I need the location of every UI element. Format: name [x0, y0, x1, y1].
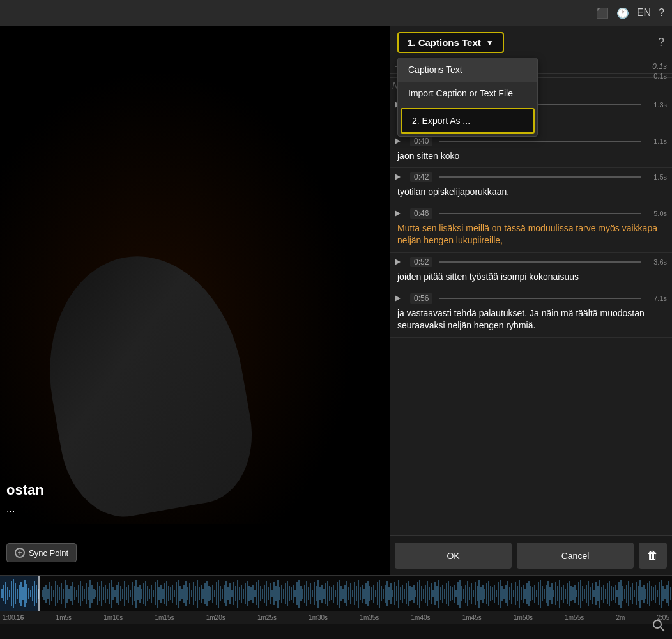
play-button-4[interactable] [395, 258, 406, 266]
history-icon[interactable]: 🕐 [616, 7, 629, 19]
svg-rect-66 [130, 590, 131, 597]
svg-rect-132 [256, 582, 257, 605]
svg-rect-110 [214, 590, 215, 597]
svg-rect-92 [179, 586, 181, 601]
svg-rect-197 [381, 586, 382, 601]
play-button-3[interactable] [395, 209, 406, 218]
help-toolbar-icon[interactable]: ? [659, 7, 664, 19]
svg-rect-146 [283, 589, 284, 599]
svg-rect-81 [158, 587, 160, 600]
ruler-mark-2: 1m10s [103, 614, 123, 621]
dropdown-item-import[interactable]: Import Caption or Text File [398, 82, 537, 105]
timecode-label-2: 0:42 [410, 172, 432, 182]
svg-rect-318 [613, 587, 614, 600]
svg-rect-226 [436, 586, 438, 601]
svg-rect-113 [220, 586, 221, 601]
svg-rect-164 [317, 580, 319, 608]
svg-rect-76 [149, 589, 150, 599]
svg-rect-162 [314, 582, 315, 605]
caption-text-4[interactable]: joiden pitää sitten työstää isompi kokon… [395, 270, 667, 285]
sync-point-button[interactable]: + Sync Point [6, 543, 77, 562]
svg-rect-215 [415, 590, 416, 597]
delete-button[interactable]: 🗑 [639, 543, 667, 569]
svg-rect-342 [659, 582, 660, 605]
svg-rect-218 [421, 586, 422, 601]
caption-text-3[interactable]: Mutta sen lisäksi meillä on tässä moduul… [395, 221, 667, 249]
svg-rect-319 [615, 585, 616, 603]
caption-overlay-line1: ostan [6, 482, 44, 498]
svg-rect-29 [59, 587, 60, 600]
svg-rect-264 [509, 587, 510, 600]
svg-rect-268 [517, 586, 518, 601]
caption-text-1[interactable]: jaon sitten koko [395, 149, 667, 164]
main-area: ostan ... + Sync Point 1. Captions Text … [0, 26, 672, 575]
captions-help-icon[interactable]: ? [658, 36, 664, 49]
svg-rect-147 [285, 583, 286, 604]
duration-label-5: 7.1s [648, 295, 667, 302]
cancel-button[interactable]: Cancel [517, 543, 634, 569]
svg-rect-280 [540, 580, 541, 608]
ruler-mark-7: 1m35s [360, 614, 379, 621]
svg-rect-165 [319, 587, 321, 600]
svg-rect-71 [139, 585, 141, 603]
svg-rect-126 [245, 583, 246, 604]
svg-rect-72 [141, 589, 142, 599]
caption-text-2[interactable]: työtilan opiskelijaporukkaan. [395, 185, 667, 200]
svg-rect-116 [225, 581, 227, 606]
svg-rect-206 [398, 580, 399, 608]
timecode-label-4: 0:52 [410, 257, 432, 267]
duration-header: 0.1s [653, 72, 667, 80]
svg-rect-237 [457, 582, 459, 605]
svg-rect-190 [367, 581, 369, 606]
svg-rect-73 [143, 583, 144, 604]
svg-rect-83 [162, 589, 164, 599]
svg-rect-247 [477, 586, 478, 601]
svg-rect-84 [164, 583, 165, 604]
svg-rect-123 [239, 587, 240, 600]
dropdown-item-export[interactable]: 2. Export As ... [401, 108, 535, 134]
svg-rect-306 [590, 587, 591, 600]
time-display: 1:00.16 [3, 614, 24, 621]
caption-entry-1: 0:40 1.1s jaon sitten koko [390, 132, 672, 169]
play-button-2[interactable] [395, 173, 406, 181]
svg-rect-182 [352, 590, 353, 597]
svg-rect-119 [231, 590, 233, 597]
svg-rect-103 [201, 585, 202, 603]
caption-toolbar-icon[interactable]: ⬛ [596, 7, 609, 19]
svg-rect-339 [653, 587, 654, 600]
ruler-mark-10: 1m50s [514, 614, 533, 621]
svg-rect-214 [413, 585, 415, 603]
svg-rect-286 [551, 583, 553, 604]
captions-title-button[interactable]: 1. Captions Text ▼ [397, 32, 504, 53]
search-button[interactable] [652, 619, 666, 635]
svg-rect-243 [469, 587, 470, 600]
svg-rect-57 [112, 587, 114, 600]
svg-rect-138 [268, 587, 269, 600]
svg-rect-58 [114, 590, 116, 597]
svg-rect-188 [363, 589, 365, 599]
caption-text-5[interactable]: ja vastaavasti tehdä palautukset. Ja näi… [395, 306, 667, 334]
svg-rect-189 [365, 583, 367, 604]
svg-rect-321 [618, 582, 620, 605]
svg-rect-231 [446, 583, 447, 604]
svg-rect-332 [639, 580, 641, 608]
svg-rect-311 [599, 580, 600, 608]
svg-rect-267 [515, 582, 516, 605]
svg-rect-124 [241, 585, 242, 603]
ok-button[interactable]: OK [395, 543, 512, 569]
svg-rect-270 [521, 587, 522, 600]
svg-rect-155 [300, 586, 302, 601]
play-button-1[interactable] [395, 137, 406, 146]
play-button-5[interactable] [395, 294, 406, 303]
svg-rect-211 [408, 581, 409, 606]
waveform-area[interactable] [0, 576, 672, 611]
svg-rect-53 [105, 585, 106, 603]
duration-bar-1 [439, 141, 641, 142]
dropdown-item-captions-text[interactable]: Captions Text [398, 58, 537, 82]
svg-rect-295 [569, 581, 570, 606]
ruler-mark-5: 1m25s [257, 614, 277, 621]
svg-rect-220 [425, 585, 426, 603]
language-label[interactable]: EN [637, 7, 651, 19]
play-triangle-icon-1 [395, 138, 401, 144]
svg-rect-347 [668, 581, 669, 606]
